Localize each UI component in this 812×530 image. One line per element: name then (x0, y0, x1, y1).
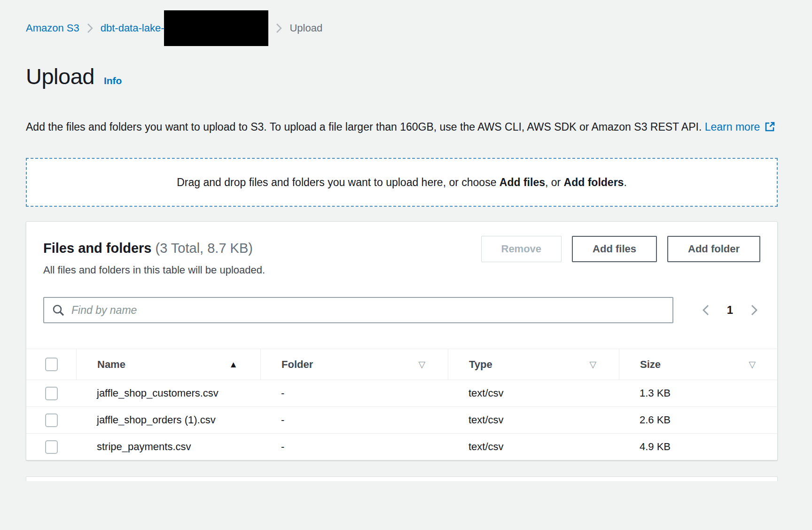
column-header-size[interactable]: Size ▽ (619, 349, 778, 380)
table-row: jaffle_shop_orders (1).csv - text/csv 2.… (26, 407, 777, 434)
add-files-button[interactable]: Add files (572, 236, 657, 262)
select-all-checkbox[interactable] (45, 358, 58, 371)
column-header-type[interactable]: Type ▽ (448, 349, 619, 380)
panel-header: Files and folders (3 Total, 8.7 KB) All … (26, 222, 777, 278)
cell-folder: - (260, 384, 448, 402)
search-input[interactable] (71, 304, 665, 317)
cell-type: text/csv (448, 384, 619, 402)
learn-more-label: Learn more (705, 121, 760, 133)
cell-size: 1.3 KB (619, 384, 778, 402)
breadcrumb-upload: Upload (289, 22, 322, 34)
panel-description: All files and folders in this table will… (43, 262, 265, 278)
cell-type: text/csv (448, 411, 619, 429)
search-icon (52, 304, 65, 317)
redacted-bucket-name (164, 10, 268, 46)
dropzone-text: Drag and drop files and folders you want… (177, 176, 627, 189)
intro-text: Add the files and folders you want to up… (26, 121, 702, 133)
files-table: Name ▲ Folder ▽ Type ▽ Size ▽ (26, 349, 777, 460)
table-row: jaffle_shop_customers.csv - text/csv 1.3… (26, 380, 777, 407)
info-link[interactable]: Info (104, 75, 122, 86)
sort-icon[interactable]: ▽ (418, 359, 425, 370)
sort-icon[interactable]: ▽ (589, 359, 596, 370)
row-checkbox[interactable] (45, 387, 58, 400)
next-section-card-edge (26, 476, 778, 481)
panel-title: Files and folders (3 Total, 8.7 KB) (43, 239, 265, 257)
chevron-left-icon (702, 304, 710, 317)
row-select-cell (26, 413, 76, 427)
row-select-cell (26, 387, 76, 400)
breadcrumb: Amazon S3 dbt-data-lake- Upload (26, 21, 778, 35)
row-select-cell (26, 440, 76, 454)
sort-icon[interactable]: ▽ (749, 359, 756, 370)
panel-count-summary: (3 Total, 8.7 KB) (156, 241, 253, 256)
pagination-next-button[interactable] (750, 304, 758, 317)
chevron-right-icon (87, 23, 93, 34)
column-header-name[interactable]: Name ▲ (76, 349, 260, 380)
drag-drop-zone[interactable]: Drag and drop files and folders you want… (26, 158, 778, 207)
select-all-cell (26, 349, 76, 380)
breadcrumb-bucket[interactable]: dbt-data-lake- (101, 22, 164, 34)
cell-size: 2.6 KB (619, 411, 778, 429)
cell-size: 4.9 KB (619, 438, 778, 456)
external-link-icon (764, 123, 776, 135)
add-folder-button[interactable]: Add folder (667, 236, 760, 262)
learn-more-link[interactable]: Learn more (705, 121, 776, 133)
column-header-folder[interactable]: Folder ▽ (260, 349, 448, 380)
page-header: Upload Info (26, 63, 778, 90)
table-header-row: Name ▲ Folder ▽ Type ▽ Size ▽ (26, 349, 777, 380)
pagination: 1 (702, 304, 758, 317)
cell-folder: - (260, 411, 448, 429)
remove-button[interactable]: Remove (481, 236, 562, 262)
pagination-prev-button[interactable] (702, 304, 710, 317)
breadcrumb-amazon-s3[interactable]: Amazon S3 (26, 22, 79, 34)
table-toolbar: 1 (26, 297, 777, 323)
row-checkbox[interactable] (45, 440, 58, 454)
row-checkbox[interactable] (45, 413, 58, 427)
files-and-folders-panel: Files and folders (3 Total, 8.7 KB) All … (26, 221, 778, 460)
chevron-right-icon (750, 304, 758, 317)
page-content: Amazon S3 dbt-data-lake- Upload Upload I… (26, 21, 778, 481)
pagination-page-1[interactable]: 1 (727, 304, 733, 317)
sort-ascending-icon[interactable]: ▲ (229, 359, 238, 370)
search-box (43, 297, 673, 323)
cell-type: text/csv (448, 438, 619, 456)
chevron-right-icon (276, 23, 282, 34)
panel-actions: Remove Add files Add folder (481, 236, 761, 278)
page-title: Upload (26, 63, 94, 90)
table-row: stripe_payments.csv - text/csv 4.9 KB (26, 434, 777, 460)
cell-name: stripe_payments.csv (76, 438, 260, 456)
intro-paragraph: Add the files and folders you want to up… (26, 117, 778, 139)
dropzone-add-folders-label: Add folders (564, 176, 624, 188)
cell-name: jaffle_shop_orders (1).csv (76, 411, 260, 429)
dropzone-add-files-label: Add files (500, 176, 545, 188)
panel-header-text: Files and folders (3 Total, 8.7 KB) All … (43, 236, 265, 278)
cell-folder: - (260, 438, 448, 456)
cell-name: jaffle_shop_customers.csv (76, 384, 260, 402)
